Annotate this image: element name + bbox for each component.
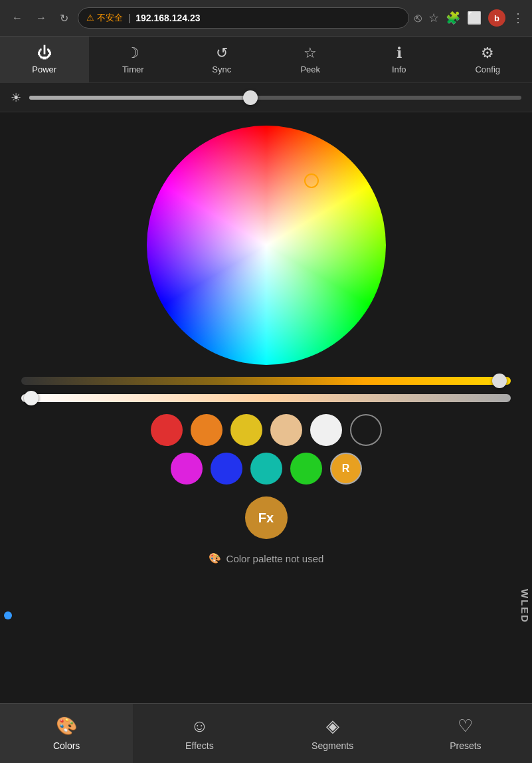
nav-label-peek: Peek <box>300 64 320 74</box>
brightness-fill <box>29 96 250 100</box>
peek-icon: ☆ <box>304 45 317 62</box>
effects-icon: ☺ <box>191 716 209 736</box>
palette-icon: 🎨 <box>209 552 221 564</box>
swatch-gold[interactable] <box>230 414 262 446</box>
extensions-icon[interactable]: 🧩 <box>446 11 460 25</box>
colors-label: Colors <box>53 740 80 751</box>
profile-icon[interactable]: b <box>488 9 505 27</box>
color-wheel[interactable] <box>147 126 386 365</box>
info-icon: ℹ <box>397 45 402 62</box>
nav-label-info: Info <box>392 64 406 74</box>
top-nav: ⏻ Power ☽ Timer ↺ Sync ☆ Peek ℹ Info ⚙ C… <box>0 37 532 83</box>
bottom-nav-presets[interactable]: ♡ Presets <box>399 704 532 763</box>
nav-item-info[interactable]: ℹ Info <box>355 37 444 82</box>
colors-icon: 🎨 <box>56 716 77 736</box>
swatch-cyan[interactable] <box>250 453 282 485</box>
swatch-random[interactable]: R <box>330 453 362 485</box>
fx-button[interactable]: Fx <box>245 496 288 539</box>
brightness-thumb[interactable] <box>243 90 258 105</box>
effects-label: Effects <box>185 740 214 751</box>
white-slider[interactable] <box>21 394 511 402</box>
hue-thumb[interactable] <box>492 374 507 388</box>
swatch-dark[interactable] <box>350 414 382 446</box>
sliders-area <box>0 372 532 407</box>
swatch-magenta[interactable] <box>171 453 203 485</box>
nav-label-sync: Sync <box>212 64 231 74</box>
nav-item-peek[interactable]: ☆ Peek <box>266 37 355 82</box>
bottom-nav-segments[interactable]: ◈ Segments <box>266 704 399 763</box>
blue-dot <box>4 611 12 619</box>
url-text: 192.168.124.23 <box>135 13 200 23</box>
nav-item-power[interactable]: ⏻ Power <box>0 37 89 82</box>
bottom-nav-colors[interactable]: 🎨 Colors <box>0 704 133 763</box>
hue-slider[interactable] <box>21 377 511 385</box>
swatch-peach[interactable] <box>270 414 302 446</box>
bottom-nav-effects[interactable]: ☺ Effects <box>133 704 266 763</box>
swatch-row-1 <box>151 414 382 446</box>
palette-info: 🎨 Color palette not used <box>0 544 532 572</box>
menu-icon[interactable]: ⋮ <box>512 11 524 25</box>
browser-actions: ⎋ ☆ 🧩 ⬜ b ⋮ <box>414 9 524 27</box>
address-bar[interactable]: ⚠ 不安全 | 192.168.124.23 <box>78 7 409 29</box>
color-wheel-cursor[interactable] <box>304 173 319 188</box>
swatch-orange[interactable] <box>191 414 222 446</box>
brightness-slider[interactable] <box>29 96 521 100</box>
config-icon: ⚙ <box>481 45 494 62</box>
brightness-bar: ☀ <box>0 83 532 112</box>
swatch-white[interactable] <box>310 414 342 446</box>
share-icon[interactable]: ⎋ <box>414 11 422 25</box>
swatch-row-2: R <box>171 453 362 485</box>
palette-text: Color palette not used <box>226 553 324 564</box>
wled-label: WLED <box>519 589 531 623</box>
nav-item-timer[interactable]: ☽ Timer <box>89 37 178 82</box>
main-content: R Fx 🎨 Color palette not used WLED <box>0 112 532 703</box>
nav-item-config[interactable]: ⚙ Config <box>444 37 533 82</box>
sync-icon: ↺ <box>216 45 228 62</box>
nav-label-timer: Timer <box>122 64 144 74</box>
swatch-red[interactable] <box>151 414 183 446</box>
back-button[interactable]: ← <box>8 9 27 27</box>
tab-icon[interactable]: ⬜ <box>467 11 482 25</box>
nav-label-power: Power <box>32 64 56 74</box>
presets-label: Presets <box>450 740 481 751</box>
white-thumb[interactable] <box>24 391 39 405</box>
timer-icon: ☽ <box>126 45 139 62</box>
reload-button[interactable]: ↻ <box>56 9 72 27</box>
color-wheel-container <box>0 112 532 372</box>
swatch-green[interactable] <box>290 453 322 485</box>
segments-icon: ◈ <box>326 716 339 736</box>
bottom-nav: 🎨 Colors ☺ Effects ◈ Segments ♡ Presets <box>0 703 532 763</box>
swatches-area: R <box>0 407 532 491</box>
segments-label: Segments <box>311 740 353 751</box>
forward-button[interactable]: → <box>32 9 50 27</box>
presets-icon: ♡ <box>458 716 473 736</box>
power-icon: ⏻ <box>37 45 52 62</box>
fx-button-container: Fx <box>0 491 532 544</box>
random-label: R <box>342 463 350 475</box>
nav-item-sync[interactable]: ↺ Sync <box>177 37 266 82</box>
nav-label-config: Config <box>475 64 500 74</box>
app: ⏻ Power ☽ Timer ↺ Sync ☆ Peek ℹ Info ⚙ C… <box>0 37 532 763</box>
swatch-blue[interactable] <box>211 453 242 485</box>
browser-chrome: ← → ↻ ⚠ 不安全 | 192.168.124.23 ⎋ ☆ 🧩 ⬜ b ⋮ <box>0 0 532 37</box>
brightness-icon: ☀ <box>11 90 21 105</box>
bookmark-icon[interactable]: ☆ <box>428 11 439 25</box>
security-warning: ⚠ 不安全 <box>86 12 123 24</box>
